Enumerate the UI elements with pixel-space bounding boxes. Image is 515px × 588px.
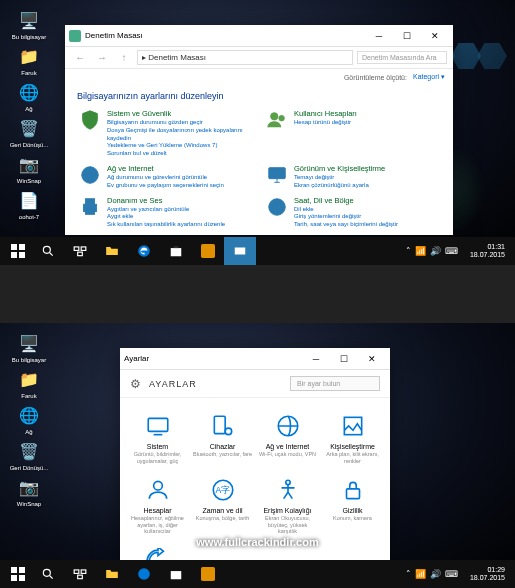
app-button[interactable] [192, 560, 224, 588]
category-link[interactable]: Ev grubunu ve paylaşım seçeneklerini seç… [107, 182, 252, 190]
forward-button[interactable]: → [93, 49, 111, 67]
desktop-icon[interactable]: 📄 oohot-7 [8, 188, 50, 220]
settings-category[interactable]: Cihazlar Bluetooth, yazıcılar, fare [191, 408, 254, 468]
network-icon[interactable]: 📶 [415, 569, 426, 579]
taskbar: ˄ 📶 🔊 ⌨ 01:2918.07.2015 [0, 560, 515, 588]
chevron-up-icon[interactable]: ˄ [406, 569, 411, 579]
svg-rect-25 [148, 418, 168, 431]
desktop-icon[interactable]: 📷 WinSnap [8, 475, 50, 507]
close-button[interactable]: ✕ [358, 349, 386, 369]
category-link[interactable]: Ağ durumunu ve görevlerini görüntüle [107, 174, 252, 182]
maximize-button[interactable]: ☐ [393, 26, 421, 46]
store-button[interactable] [160, 237, 192, 265]
category-item[interactable]: Donanım ve Ses Aygıtları ve yazıcıları g… [77, 194, 254, 231]
settings-category[interactable]: Sistem Görüntü, bildirimler, uygulamalar… [126, 408, 189, 468]
category-title[interactable]: Görünüm ve Kişiselleştirme [294, 164, 439, 173]
desktop-icon[interactable]: 🌐 Ağ [8, 80, 50, 112]
breadcrumb[interactable]: ▸ Denetim Masası [137, 50, 353, 65]
category-item[interactable]: Görünüm ve Kişiselleştirme Temayı değişt… [264, 162, 441, 192]
taskbar-item[interactable] [224, 237, 256, 265]
volume-icon[interactable]: 🔊 [430, 569, 441, 579]
category-item[interactable]: Ağ ve Internet Ağ durumunu ve görevlerin… [77, 162, 254, 192]
desktop-icon[interactable]: 📁 Faruk [8, 367, 50, 399]
file-explorer-button[interactable] [96, 560, 128, 588]
edge-button[interactable] [128, 237, 160, 265]
clock[interactable]: 01:3118.07.2015 [464, 243, 511, 258]
svg-rect-12 [11, 244, 17, 250]
settings-category-desc: Ekran Okuyucusu, büyüteç, yüksek karşıtl… [258, 515, 317, 535]
search-input[interactable]: Bir ayar bulun [290, 376, 380, 391]
category-link[interactable]: Aygıtları ve yazıcıları görüntüle [107, 206, 252, 214]
search-button[interactable] [32, 560, 64, 588]
settings-category[interactable]: Ağ ve Internet Wi-Fi, uçak modu, VPN [256, 408, 319, 468]
svg-point-21 [138, 245, 150, 257]
category-title[interactable]: Kullanıcı Hesapları [294, 109, 439, 118]
category-title[interactable]: Saat, Dil ve Bölge [294, 196, 439, 205]
category-link[interactable]: Dosya Geçmişi ile dosyalarınızın yedek k… [107, 127, 252, 143]
app-button[interactable] [192, 237, 224, 265]
desktop-icon[interactable]: 🖥️ Bu bilgisayar [8, 8, 50, 40]
minimize-button[interactable]: ─ [365, 26, 393, 46]
settings-category[interactable]: Kişiselleştirme Arka plan, kilit ekranı,… [321, 408, 384, 468]
category-item[interactable]: Sistem ve Güvenlik Bilgisayarın durumunu… [77, 107, 254, 160]
settings-category[interactable]: Gizlilik Konum, kamera [321, 472, 384, 539]
app-icon: 📷 [17, 152, 41, 176]
clock[interactable]: 01:2918.07.2015 [464, 566, 511, 581]
category-title[interactable]: Sistem ve Güvenlik [107, 109, 252, 118]
category-title[interactable]: Ağ ve Internet [107, 164, 252, 173]
task-view-button[interactable] [64, 237, 96, 265]
network-icon[interactable]: 📶 [415, 246, 426, 256]
language-icon[interactable]: ⌨ [445, 569, 458, 579]
minimize-button[interactable]: ─ [302, 349, 330, 369]
category-link[interactable]: Yedekleme ve Geri Yükleme (Windows 7) [107, 142, 252, 150]
volume-icon[interactable]: 🔊 [430, 246, 441, 256]
store-button[interactable] [160, 560, 192, 588]
category-link[interactable]: Tarih, saat veya sayı biçimlerini değişt… [294, 221, 439, 229]
search-input[interactable]: Denetim Masasında Ara [357, 51, 447, 64]
category-link[interactable]: Hesap türünü değiştir [294, 119, 439, 127]
maximize-button[interactable]: ☐ [330, 349, 358, 369]
settings-category[interactable]: Erişim Kolaylığı Ekran Okuyucusu, büyüte… [256, 472, 319, 539]
desktop-icon[interactable]: 🗑️ Geri Dönüşü... [8, 439, 50, 471]
settings-category[interactable]: A字 Zaman ve dil Konuşma, bölge, tarih [191, 472, 254, 539]
category-link[interactable]: Dil ekle [294, 206, 439, 214]
system-tray[interactable]: ˄ 📶 🔊 ⌨ [400, 569, 464, 579]
back-button[interactable]: ← [71, 49, 89, 67]
start-button[interactable] [4, 237, 32, 265]
titlebar[interactable]: Denetim Masası ─ ☐ ✕ [65, 25, 453, 47]
desktop-icon[interactable]: 🌐 Ağ [8, 403, 50, 435]
settings-category-title: Gizlilik [342, 507, 362, 514]
close-button[interactable]: ✕ [421, 26, 449, 46]
task-view-button[interactable] [64, 560, 96, 588]
category-link[interactable]: Bilgisayarın durumunu gözden geçir [107, 119, 252, 127]
svg-rect-44 [78, 575, 83, 579]
settings-window: Ayarlar ─ ☐ ✕ ⚙ AYARLAR Bir ayar bulun S… [120, 348, 390, 563]
language-icon[interactable]: ⌨ [445, 246, 458, 256]
settings-category[interactable]: Hesaplar Hesaplarınız, eğitilme ayarları… [126, 472, 189, 539]
up-button[interactable]: ↑ [115, 49, 133, 67]
edge-button[interactable] [128, 560, 160, 588]
view-dropdown[interactable]: Kategori ▾ [413, 73, 445, 81]
search-button[interactable] [32, 237, 64, 265]
system-tray[interactable]: ˄ 📶 🔊 ⌨ [400, 246, 464, 256]
category-link[interactable]: Aygıt ekle [107, 213, 252, 221]
desktop-icon[interactable]: 📷 WinSnap [8, 152, 50, 184]
file-explorer-button[interactable] [96, 237, 128, 265]
chevron-up-icon[interactable]: ˄ [406, 246, 411, 256]
category-title[interactable]: Donanım ve Ses [107, 196, 252, 205]
desktop-icon[interactable]: 🖥️ Bu bilgisayar [8, 331, 50, 363]
category-link[interactable]: Sık kullanılan taşınabilirlik ayarlarını… [107, 221, 252, 229]
category-item[interactable]: Saat, Dil ve Bölge Dil ekleGiriş yönteml… [264, 194, 441, 231]
category-link[interactable]: Sorunları bul ve düzelt [107, 150, 252, 158]
desktop-icon[interactable]: 🗑️ Geri Dönüşü... [8, 116, 50, 148]
category-link[interactable]: Giriş yöntemlerini değiştir [294, 213, 439, 221]
settings-category-desc: Görüntü, bildirimler, uygulamalar, güç [128, 451, 187, 464]
start-button[interactable] [4, 560, 32, 588]
svg-point-34 [285, 480, 289, 484]
desktop-icon[interactable]: 📁 Faruk [8, 44, 50, 76]
titlebar[interactable]: Ayarlar ─ ☐ ✕ [120, 348, 390, 370]
category-link[interactable]: Temayı değiştir [294, 174, 439, 182]
category-link[interactable]: Ekran çözünürlüğünü ayarla [294, 182, 439, 190]
settings-category-desc: Hesaplarınız, eğitilme ayarları, iş, diğ… [128, 515, 187, 535]
category-item[interactable]: Kullanıcı Hesapları Hesap türünü değişti… [264, 107, 441, 160]
